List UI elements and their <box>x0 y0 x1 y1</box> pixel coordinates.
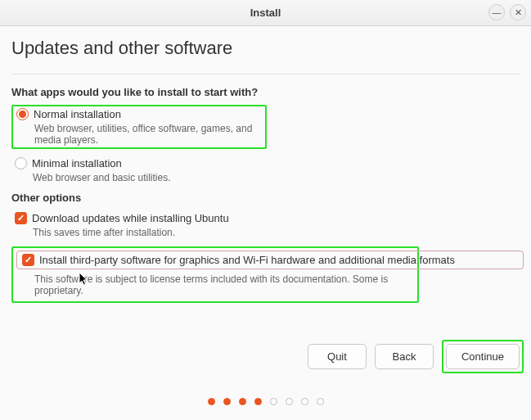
pager-dot[interactable] <box>286 398 293 405</box>
minimal-install-label: Minimal installation <box>32 157 122 169</box>
radio-icon <box>15 157 27 169</box>
pager-dot[interactable] <box>239 398 246 405</box>
updates-block: Download updates while installing Ubuntu… <box>11 210 520 240</box>
button-bar: Quit Back Continue <box>308 344 520 369</box>
thirdparty-row[interactable]: Install third-party software for graphic… <box>16 251 524 269</box>
content-area: Updates and other software What apps wou… <box>0 26 531 303</box>
pager-dot[interactable] <box>317 398 324 405</box>
quit-button[interactable]: Quit <box>308 344 367 369</box>
apps-section-label: What apps would you like to install to s… <box>11 86 520 98</box>
normal-install-desc: Web browser, utilities, office software,… <box>34 123 262 146</box>
pager-dot[interactable] <box>301 398 308 405</box>
minimal-install-block: Minimal installation Web browser and bas… <box>11 156 520 185</box>
close-button[interactable]: ✕ <box>510 4 526 20</box>
thirdparty-label: Install third-party software for graphic… <box>39 254 455 266</box>
titlebar: Install — ✕ <box>0 0 531 26</box>
normal-install-row[interactable]: Normal installation <box>16 108 262 120</box>
checkbox-icon <box>22 254 34 266</box>
continue-button[interactable]: Continue <box>446 344 520 369</box>
window-title: Install <box>250 7 281 19</box>
pager-dot[interactable] <box>223 398 231 405</box>
minimal-install-row[interactable]: Minimal installation <box>15 157 516 169</box>
normal-install-label: Normal installation <box>34 108 121 120</box>
thirdparty-block: Install third-party software for graphic… <box>11 246 419 303</box>
thirdparty-desc: This software is subject to license term… <box>34 273 414 296</box>
updates-label: Download updates while installing Ubuntu <box>32 212 229 224</box>
page-title: Updates and other software <box>11 38 520 59</box>
continue-highlight: Continue <box>442 340 524 373</box>
normal-install-block: Normal installation Web browser, utiliti… <box>11 105 267 149</box>
minimal-install-desc: Web browser and basic utilities. <box>33 172 516 183</box>
pager-dot[interactable] <box>254 398 262 405</box>
window-controls: — ✕ <box>488 4 526 20</box>
pager-dot[interactable] <box>270 398 277 405</box>
updates-row[interactable]: Download updates while installing Ubuntu <box>15 212 516 224</box>
pager-dot[interactable] <box>208 398 215 405</box>
checkbox-icon <box>15 212 27 224</box>
updates-desc: This saves time after installation. <box>33 227 516 238</box>
back-button[interactable]: Back <box>375 344 434 369</box>
pager <box>0 398 531 405</box>
radio-icon <box>16 108 29 120</box>
divider <box>11 74 520 75</box>
other-section-label: Other options <box>11 192 520 204</box>
minimize-button[interactable]: — <box>488 4 505 20</box>
